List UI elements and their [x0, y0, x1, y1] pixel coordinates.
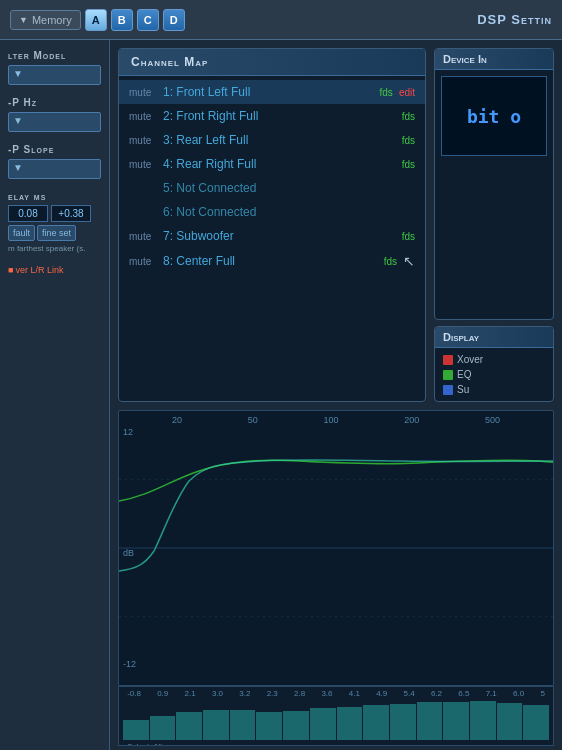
- channel-row-8[interactable]: mute 8: Center Full fds ↖: [119, 248, 425, 274]
- eq-label: EQ: [457, 369, 471, 380]
- display-option-su[interactable]: Su: [443, 384, 545, 395]
- channel-name-7: 7: Subwoofer: [163, 229, 396, 243]
- fault-button[interactable]: fault: [8, 225, 35, 241]
- freq-label-16: 5: [540, 689, 544, 698]
- channel-name-5: 5: Not Connected: [163, 181, 415, 195]
- freq-slider-1[interactable]: [123, 720, 149, 740]
- memory-btn-c[interactable]: C: [137, 9, 159, 31]
- mute-label-1[interactable]: mute: [129, 87, 157, 98]
- top-panels: Channel Map mute 1: Front Left Full fds …: [110, 40, 562, 410]
- hp-hz-label: -P Hz: [8, 97, 101, 108]
- display-option-xover[interactable]: Xover: [443, 354, 545, 365]
- memory-btn-b[interactable]: B: [111, 9, 133, 31]
- xover-dot: [443, 355, 453, 365]
- edit-label-1[interactable]: edit: [399, 87, 415, 98]
- freq-slider-16[interactable]: [523, 705, 549, 740]
- delay-buttons: fault fine set: [8, 225, 101, 241]
- mute-label-3[interactable]: mute: [129, 135, 157, 146]
- graph-area: 20 50 100 200 500 12 dB -12: [118, 410, 554, 686]
- channel-name-8: 8: Center Full: [163, 254, 378, 268]
- hp-slope-dropdown[interactable]: ▼: [8, 159, 101, 179]
- freq-slider-6[interactable]: [256, 712, 282, 740]
- cursor-indicator: ↖: [403, 253, 415, 269]
- channel-row-6[interactable]: mute 6: Not Connected: [119, 200, 425, 224]
- fds-label-3[interactable]: fds: [402, 135, 415, 146]
- su-dot: [443, 385, 453, 395]
- channel-row-7[interactable]: mute 7: Subwoofer fds: [119, 224, 425, 248]
- graph-x-100: 100: [323, 415, 338, 425]
- freq-label-7: 2.8: [294, 689, 305, 698]
- memory-btn-a[interactable]: A: [85, 9, 107, 31]
- freq-slider-13[interactable]: [443, 702, 469, 740]
- channel-map-title: Channel Map: [119, 49, 425, 76]
- freq-slider-12[interactable]: [417, 702, 443, 740]
- freq-slider-2[interactable]: [150, 716, 176, 740]
- channel-name-2: 2: Front Right Full: [163, 109, 396, 123]
- fine-set-button[interactable]: fine set: [37, 225, 76, 241]
- channel-row-4[interactable]: mute 4: Rear Right Full fds: [119, 152, 425, 176]
- select-label: Select: [127, 742, 149, 746]
- su-label: Su: [457, 384, 469, 395]
- freq-label-15: 6.0: [513, 689, 524, 698]
- channel-name-6: 6: Not Connected: [163, 205, 415, 219]
- graph-y-bottom: -12: [123, 659, 136, 669]
- dsp-title: DSP Settin: [477, 12, 552, 27]
- channel-row-3[interactable]: mute 3: Rear Left Full fds: [119, 128, 425, 152]
- fds-label-1[interactable]: fds: [380, 87, 393, 98]
- display-title: Display: [435, 327, 553, 348]
- mute-label-2[interactable]: mute: [129, 111, 157, 122]
- fds-label-4[interactable]: fds: [402, 159, 415, 170]
- freq-label-6: 2.3: [267, 689, 278, 698]
- mute-label-8[interactable]: mute: [129, 256, 157, 267]
- speaker-info: m farthest speaker (s.: [8, 244, 101, 253]
- freq-sliders: [119, 700, 553, 740]
- hp-hz-dropdown[interactable]: ▼: [8, 112, 101, 132]
- freq-slider-9[interactable]: [337, 707, 363, 740]
- channel-row-2[interactable]: mute 2: Front Right Full fds: [119, 104, 425, 128]
- freq-slider-8[interactable]: [310, 708, 336, 740]
- freq-label-9: 4.1: [349, 689, 360, 698]
- right-panel: Channel Map mute 1: Front Left Full fds …: [110, 40, 562, 750]
- filter-model-dropdown[interactable]: ▼: [8, 65, 101, 85]
- fds-label-8[interactable]: fds: [384, 256, 397, 267]
- delay-value-input[interactable]: [8, 205, 48, 222]
- freq-bar: -0.8 0.9 2.1 3.0 3.2 2.3 2.8 3.6 4.1 4.9…: [118, 686, 554, 746]
- display-option-eq[interactable]: EQ: [443, 369, 545, 380]
- device-panel: Device In bit o Display Xover: [434, 48, 554, 402]
- freq-slider-5[interactable]: [230, 710, 256, 740]
- device-info-box: Device In bit o: [434, 48, 554, 320]
- freq-slider-4[interactable]: [203, 710, 229, 740]
- fds-label-2[interactable]: fds: [402, 111, 415, 122]
- display-options: Xover EQ Su: [435, 348, 553, 401]
- mute-label-7[interactable]: mute: [129, 231, 157, 242]
- graph-y-mid: dB: [123, 548, 134, 558]
- freq-slider-15[interactable]: [497, 703, 523, 740]
- device-screen: bit o: [441, 76, 547, 156]
- freq-slider-14[interactable]: [470, 701, 496, 740]
- delay-label: elay ms: [8, 191, 101, 202]
- freq-slider-7[interactable]: [283, 711, 309, 740]
- graph-x-500: 500: [485, 415, 500, 425]
- freq-label-5: 3.2: [239, 689, 250, 698]
- freq-slider-3[interactable]: [176, 712, 202, 740]
- channel-row-5[interactable]: mute 5: Not Connected: [119, 176, 425, 200]
- memory-section: ▼ Memory A B C D: [10, 9, 185, 31]
- lr-link-button[interactable]: ■ ver L/R Link: [8, 265, 101, 275]
- freq-label-11: 5.4: [404, 689, 415, 698]
- delay-offset-input[interactable]: [51, 205, 91, 222]
- freq-label-3: 2.1: [185, 689, 196, 698]
- link-label: ver L/R Link: [15, 265, 63, 275]
- freq-slider-10[interactable]: [363, 705, 389, 740]
- channel-row-1[interactable]: mute 1: Front Left Full fds edit: [119, 80, 425, 104]
- freq-slider-11[interactable]: [390, 704, 416, 740]
- freq-label-8: 3.6: [321, 689, 332, 698]
- mute-label-4[interactable]: mute: [129, 159, 157, 170]
- filter-model-label: lter Model: [8, 50, 101, 61]
- memory-text: Memory: [32, 14, 72, 26]
- freq-label-13: 6.5: [458, 689, 469, 698]
- all-label: All: [153, 742, 162, 746]
- graph-x-50: 50: [248, 415, 258, 425]
- memory-btn-d[interactable]: D: [163, 9, 185, 31]
- fds-label-7[interactable]: fds: [402, 231, 415, 242]
- graph-labels-x: 20 50 100 200 500: [119, 415, 553, 425]
